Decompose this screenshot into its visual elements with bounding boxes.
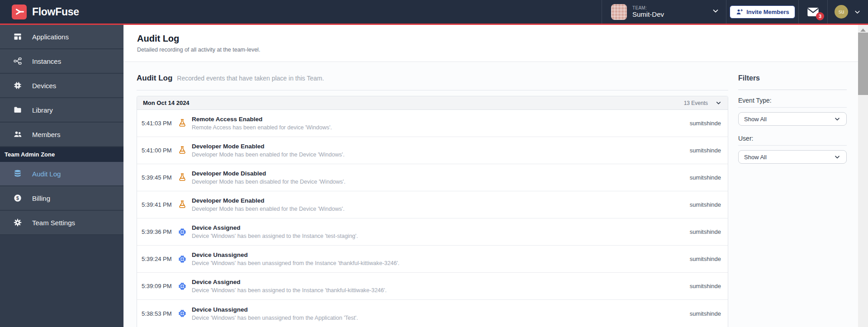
team-label: TEAM: [632,5,664,11]
event-user: sumitshinde [690,256,721,262]
chip-icon [13,81,22,90]
date-label: Mon Oct 14 2024 [143,100,190,106]
page-subtitle: Detailed recording of all activity at th… [137,47,858,53]
event-title: Remote Access Enabled [192,116,690,123]
event-time: 5:39:09 PM [142,283,174,289]
sidebar-item-label: Devices [32,82,56,90]
svg-text:$: $ [16,196,19,201]
audit-log-panel: Audit Log Recorded events that have take… [137,62,728,327]
audit-event-row: 5:39:41 PM Developer Mode Enabled Develo… [137,191,728,218]
event-type-value: Show All [744,116,767,123]
event-title: Device Assigned [192,224,690,231]
users-icon [13,130,22,139]
event-type-label: Event Type: [738,97,847,108]
scrollbar-thumb[interactable] [858,33,868,95]
page-title: Audit Log [137,33,858,44]
event-title: Developer Mode Disabled [192,170,690,177]
invite-members-button[interactable]: Invite Members [730,5,795,19]
user-plus-icon [735,8,743,16]
event-user: sumitshinde [690,283,721,289]
sidebar-item-billing[interactable]: $ Billing [0,186,123,211]
chevron-down-icon[interactable] [715,100,722,106]
event-user: sumitshinde [690,174,721,181]
brand[interactable]: FlowFuse [0,0,79,24]
flowfuse-logo-icon [12,5,27,19]
event-time: 5:39:41 PM [142,201,174,208]
chevron-down-icon [834,115,841,123]
team-name: Sumit-Dev [632,10,664,18]
sidebar-item-devices[interactable]: Devices [0,74,123,98]
event-user: sumitshinde [690,201,721,208]
brand-name: FlowFuse [32,6,79,18]
sidebar-item-label: Members [32,131,61,138]
accent-divider [0,24,868,25]
chip-icon [177,254,188,264]
event-time: 5:41:00 PM [142,147,174,154]
user-filter-value: Show All [744,154,767,161]
event-time: 5:39:45 PM [142,174,174,181]
event-user: sumitshinde [690,120,721,127]
chevron-down-icon [711,7,720,17]
event-user: sumitshinde [690,310,721,317]
user-menu[interactable]: su [827,0,868,24]
event-description: Device 'Windows' has been unassigned fro… [192,260,690,266]
event-title: Device Unassigned [192,251,690,258]
team-admin-zone-label: Team Admin Zone [0,147,123,162]
flask-icon [177,173,188,183]
event-title: Developer Mode Enabled [192,143,690,150]
sidebar-item-instances[interactable]: Instances [0,49,123,74]
audit-event-row: 5:39:36 PM Device Assigned Device 'Windo… [137,218,728,246]
event-user: sumitshinde [690,228,721,235]
event-rows: 5:41:03 PM Remote Access Enabled Remote … [137,110,728,327]
invite-members-label: Invite Members [746,9,789,15]
user-filter-select[interactable]: Show All [738,150,847,164]
event-description: Developer Mode has been enabled for the … [192,206,690,212]
event-description: Remote Access has been enabled for devic… [192,124,690,131]
section-description: Recorded events that have taken place in… [177,75,324,82]
user-filter-label: User: [738,135,847,146]
event-description: Device 'Windows' has been assigned to th… [192,287,690,294]
event-description: Developer Mode has been enabled for the … [192,152,690,158]
sidebar: Applications Instances [0,25,123,327]
flask-icon [177,200,188,210]
chip-icon [177,227,188,237]
gear-icon [13,218,22,227]
audit-event-row: 5:41:00 PM Developer Mode Enabled Develo… [137,137,728,164]
event-title: Device Assigned [192,279,690,285]
chevron-down-icon [854,8,861,16]
instances-icon [13,57,22,66]
sidebar-item-label: Team Settings [32,219,75,227]
sidebar-item-members[interactable]: Members [0,123,123,147]
flask-icon [177,146,188,156]
database-icon [13,169,22,178]
sidebar-item-audit-log[interactable]: Audit Log [0,162,123,186]
audit-event-row: 5:39:24 PM Device Unassigned Device 'Win… [137,246,728,273]
chip-icon [177,308,188,318]
chevron-down-icon [834,153,841,161]
template-icon [13,32,22,41]
sidebar-item-library[interactable]: Library [0,98,123,123]
event-description: Developer Mode has been disabled for the… [192,179,690,185]
audit-event-row: 5:41:03 PM Remote Access Enabled Remote … [137,110,728,137]
notifications-button[interactable]: 3 [798,0,827,24]
scrollbar-up-arrow[interactable] [860,28,866,32]
event-time: 5:38:53 PM [142,310,174,317]
event-user: sumitshinde [690,147,721,154]
sidebar-item-label: Billing [32,194,50,202]
team-avatar [611,4,627,20]
audit-event-row: 5:39:45 PM Developer Mode Disabled Devel… [137,164,728,191]
user-avatar: su [835,5,848,19]
date-group-header[interactable]: Mon Oct 14 2024 13 Events [137,96,728,110]
team-selector[interactable]: TEAM: Sumit-Dev [602,0,726,24]
event-time: 5:39:36 PM [142,228,174,235]
audit-log-table: Mon Oct 14 2024 13 Events 5:41:03 PM Rem… [137,96,728,327]
sidebar-item-applications[interactable]: Applications [0,25,123,49]
section-title: Audit Log [137,74,172,83]
chip-icon [177,281,188,291]
audit-event-row: 5:39:09 PM Device Assigned Device 'Windo… [137,273,728,300]
top-navbar: FlowFuse TEAM: Sumit-Dev [0,0,868,24]
sidebar-item-team-settings[interactable]: Team Settings [0,211,123,235]
page-scrollbar[interactable] [858,25,868,327]
event-type-select[interactable]: Show All [738,112,847,126]
filters-title: Filters [738,74,847,82]
